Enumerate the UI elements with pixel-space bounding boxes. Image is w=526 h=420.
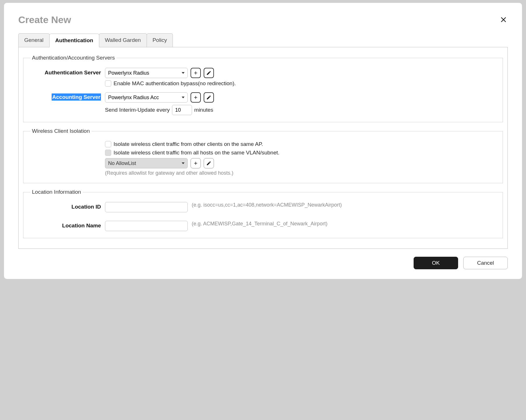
allowlist-hint: (Requires allowlist for gateway and othe…	[105, 170, 497, 176]
auth-servers-fieldset: Authentication/Accounting Servers Authen…	[23, 55, 503, 122]
isolation-fieldset: Wireless Client Isolation Isolate wirele…	[23, 128, 503, 183]
mac-bypass-label: Enable MAC authentication bypass(no redi…	[114, 80, 236, 87]
plus-icon	[193, 95, 198, 100]
plus-icon	[193, 70, 198, 76]
tab-panel-authentication: Authentication/Accounting Servers Authen…	[18, 47, 508, 249]
accounting-server-label: Accounting Server	[29, 92, 105, 100]
pencil-icon	[206, 95, 211, 100]
accounting-server-edit-button[interactable]	[204, 92, 214, 103]
auth-servers-legend: Authentication/Accounting Servers	[30, 55, 116, 61]
cancel-button[interactable]: Cancel	[463, 257, 508, 269]
tab-walled-garden[interactable]: Walled Garden	[99, 33, 147, 47]
tab-authentication[interactable]: Authentication	[49, 34, 99, 47]
mac-bypass-checkbox[interactable]	[105, 80, 111, 87]
pencil-icon	[206, 161, 211, 166]
auth-server-add-button[interactable]	[191, 68, 201, 78]
ok-button[interactable]: OK	[414, 257, 458, 269]
location-fieldset: Location Information Location ID (e.g. i…	[23, 189, 503, 238]
tab-policy[interactable]: Policy	[147, 33, 173, 47]
isolate-same-ap-label: Isolate wireless client traffic from oth…	[114, 141, 263, 147]
auth-server-edit-button[interactable]	[204, 68, 214, 78]
accounting-server-add-button[interactable]	[191, 92, 201, 103]
close-button[interactable]	[499, 15, 508, 25]
auth-server-label: Authentication Server	[29, 68, 105, 76]
location-name-input[interactable]	[105, 221, 188, 231]
isolate-same-ap-checkbox[interactable]	[105, 141, 111, 147]
location-name-hint: (e.g. ACMEWISP,Gate_14_Terminal_C_of_New…	[192, 221, 497, 227]
interim-prefix: Send Interim-Update every	[105, 107, 170, 113]
allowlist-add-button[interactable]	[191, 158, 201, 168]
close-icon	[499, 15, 508, 24]
isolation-legend: Wireless Client Isolation	[30, 128, 92, 134]
pencil-icon	[206, 70, 211, 76]
allowlist-select[interactable]: No AllowList	[105, 158, 188, 168]
modal-footer: OK Cancel	[18, 257, 508, 269]
plus-icon	[193, 161, 198, 166]
interim-suffix: minutes	[194, 107, 213, 113]
allowlist-edit-button[interactable]	[204, 158, 214, 168]
location-id-label: Location ID	[29, 202, 105, 210]
location-name-label: Location Name	[29, 221, 105, 229]
accounting-server-select[interactable]: Powerlynx Radius Acc	[105, 92, 188, 103]
location-legend: Location Information	[30, 189, 83, 195]
interim-minutes-input[interactable]	[172, 105, 192, 115]
tab-general[interactable]: General	[18, 33, 50, 47]
location-id-hint: (e.g. isocc=us,cc=1,ac=408,network=ACMEW…	[192, 202, 497, 208]
modal-title: Create New	[18, 14, 508, 25]
tab-bar: General Authentication Walled Garden Pol…	[18, 33, 508, 47]
isolate-vlan-checkbox[interactable]	[105, 150, 111, 156]
location-id-input[interactable]	[105, 202, 188, 212]
create-new-modal: Create New General Authentication Walled…	[4, 3, 522, 279]
isolate-vlan-label: Isolate wireless client traffic from all…	[114, 150, 280, 156]
auth-server-select[interactable]: Powerlynx Radius	[105, 68, 188, 78]
